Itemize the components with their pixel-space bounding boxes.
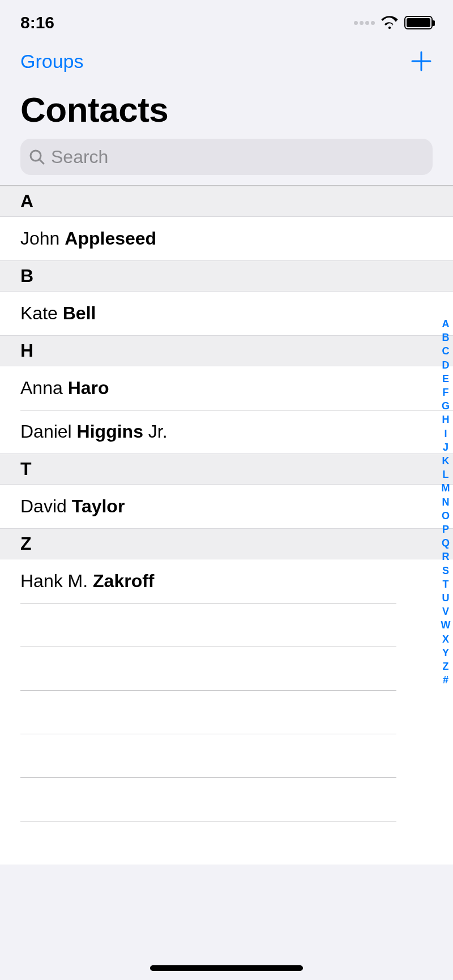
status-bar: 8:16: [0, 0, 453, 40]
index-letter[interactable]: K: [442, 454, 450, 468]
groups-button[interactable]: Groups: [20, 50, 84, 72]
contact-first-name: John: [20, 228, 65, 249]
contact-first-name: Daniel: [20, 421, 77, 442]
index-letter[interactable]: A: [442, 317, 450, 331]
empty-row: [0, 647, 453, 690]
index-letter[interactable]: P: [442, 523, 449, 536]
section-header: T: [0, 453, 453, 485]
contact-last-name: Bell: [63, 303, 96, 323]
index-letter[interactable]: N: [442, 495, 450, 509]
index-letter[interactable]: B: [442, 331, 450, 344]
index-letter[interactable]: V: [442, 605, 449, 618]
contact-last-name: Haro: [68, 378, 109, 398]
index-letter[interactable]: X: [442, 632, 449, 646]
nav-bar: Groups: [0, 40, 453, 72]
index-letter[interactable]: #: [443, 673, 448, 687]
status-time: 8:16: [20, 13, 54, 32]
contact-suffix: Jr.: [143, 421, 168, 442]
index-letter[interactable]: O: [442, 509, 450, 523]
empty-row: [0, 821, 453, 865]
index-letter[interactable]: M: [442, 481, 450, 495]
contact-row[interactable]: David Taylor: [0, 485, 453, 528]
contact-last-name: Appleseed: [65, 228, 156, 249]
battery-icon: [404, 16, 433, 29]
cellular-icon: [354, 21, 375, 25]
search-field[interactable]: [20, 139, 433, 175]
status-indicators: [354, 16, 433, 29]
search-container: [0, 139, 453, 185]
empty-row: [0, 734, 453, 777]
index-letter[interactable]: F: [443, 386, 449, 399]
contact-last-name: Zakroff: [93, 571, 154, 591]
index-letter[interactable]: E: [442, 372, 449, 386]
index-letter[interactable]: Q: [442, 536, 450, 550]
contact-row[interactable]: Daniel Higgins Jr.: [0, 410, 453, 453]
empty-row: [0, 690, 453, 734]
index-letter[interactable]: W: [441, 618, 451, 632]
index-letter[interactable]: H: [442, 413, 450, 426]
empty-row: [0, 603, 453, 647]
index-letter[interactable]: R: [442, 550, 450, 563]
add-contact-button[interactable]: [410, 50, 433, 72]
search-icon: [28, 148, 45, 165]
contact-first-name: Hank M.: [20, 571, 93, 591]
contact-row[interactable]: John Appleseed: [0, 217, 453, 260]
index-letter[interactable]: Y: [442, 646, 449, 660]
section-header: B: [0, 260, 453, 292]
index-letter[interactable]: L: [443, 468, 449, 481]
section-header: A: [0, 186, 453, 217]
section-header: H: [0, 335, 453, 366]
svg-line-1: [40, 160, 44, 164]
index-letter[interactable]: T: [443, 577, 449, 591]
contact-row[interactable]: Anna Haro: [0, 366, 453, 410]
index-letter[interactable]: C: [442, 344, 450, 358]
index-letter[interactable]: J: [443, 440, 448, 454]
empty-row: [0, 777, 453, 821]
contact-row[interactable]: Hank M. Zakroff: [0, 559, 453, 603]
page-title: Contacts: [0, 72, 453, 139]
contact-first-name: David: [20, 496, 72, 516]
index-letter[interactable]: D: [442, 358, 450, 372]
section-header: Z: [0, 528, 453, 559]
index-letter[interactable]: U: [442, 591, 450, 605]
index-letter[interactable]: S: [442, 564, 449, 577]
wifi-icon: [381, 16, 399, 29]
contact-first-name: Kate: [20, 303, 63, 323]
index-letter[interactable]: G: [442, 399, 450, 413]
contact-row[interactable]: Kate Bell: [0, 292, 453, 335]
search-input[interactable]: [51, 147, 425, 168]
index-letter[interactable]: I: [444, 427, 447, 440]
contact-first-name: Anna: [20, 378, 68, 398]
contact-last-name: Taylor: [72, 496, 125, 516]
contact-last-name: Higgins: [77, 421, 143, 442]
alphabet-index[interactable]: ABCDEFGHIJKLMNOPQRSTUVWXYZ#: [438, 317, 453, 687]
contacts-list[interactable]: AJohn AppleseedBKate BellHAnna HaroDanie…: [0, 186, 453, 865]
index-letter[interactable]: Z: [443, 660, 449, 673]
home-indicator: [150, 965, 303, 971]
